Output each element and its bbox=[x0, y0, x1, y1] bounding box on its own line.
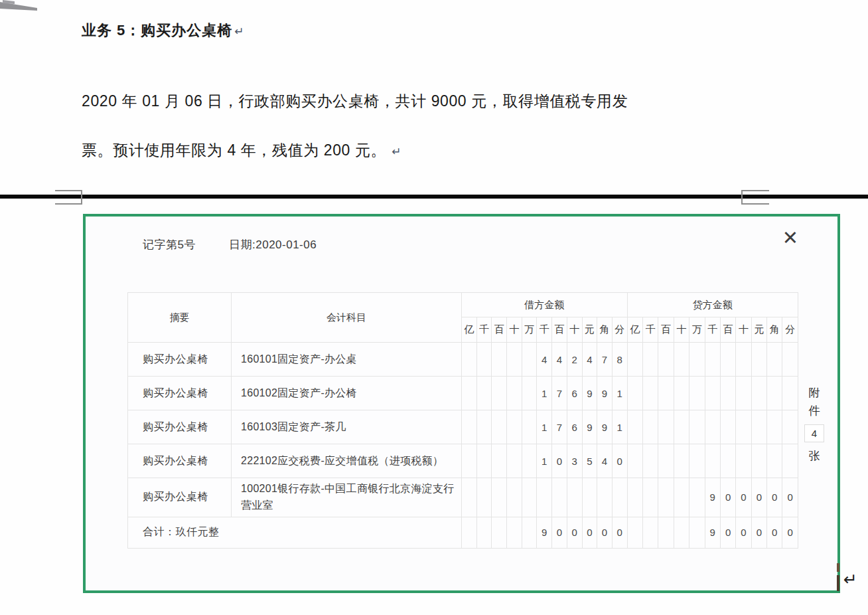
debit-digit-cell bbox=[476, 444, 492, 478]
debit-digit-cell: 7 bbox=[597, 343, 613, 377]
debit-unit-label: 千 bbox=[476, 317, 492, 343]
debit-digit-cell: 6 bbox=[567, 377, 582, 410]
row-summary: 购买办公桌椅 bbox=[128, 377, 232, 410]
credit-digit-cell bbox=[751, 444, 766, 478]
debit-digit-cell bbox=[492, 377, 507, 410]
debit-digit-cell bbox=[507, 377, 522, 410]
row-summary: 购买办公桌椅 bbox=[128, 478, 232, 517]
debit-unit-label: 角 bbox=[597, 317, 613, 343]
credit-digit-cell bbox=[689, 517, 705, 548]
credit-digit-cell bbox=[627, 377, 642, 410]
paragraph-mark-icon: ↵ bbox=[234, 25, 244, 38]
debit-digit-cell bbox=[522, 410, 537, 444]
attachment-char-2: 件 bbox=[804, 402, 825, 420]
credit-digit-cell bbox=[782, 444, 798, 478]
credit-digit-cell bbox=[689, 478, 705, 517]
debit-unit-label: 万 bbox=[522, 317, 537, 343]
total-label: 合计：玖仟元整 bbox=[128, 517, 462, 548]
scan-artifact-mark bbox=[0, 0, 46, 15]
debit-digit-cell: 9 bbox=[582, 377, 597, 410]
voucher-row: 购买办公桌椅100201银行存款-中国工商银行北京海淀支行营业室900000 bbox=[128, 478, 798, 517]
voucher-table: 摘要会计科目借方金额贷方金额亿千百十万千百十元角分亿千百十万千百十元角分购买办公… bbox=[127, 292, 798, 549]
debit-digit-cell: 0 bbox=[567, 517, 582, 548]
margin-mark-right bbox=[741, 190, 769, 205]
section-divider-line bbox=[0, 195, 868, 199]
credit-digit-cell bbox=[642, 377, 658, 410]
debit-unit-label: 十 bbox=[567, 317, 582, 343]
credit-unit-label: 亿 bbox=[627, 317, 642, 343]
credit-digit-cell bbox=[674, 410, 689, 444]
debit-digit-cell bbox=[567, 478, 582, 517]
voucher-row: 购买办公桌椅160101固定资产-办公桌442478 bbox=[128, 343, 798, 377]
debit-digit-cell bbox=[492, 478, 507, 517]
debit-digit-cell: 0 bbox=[552, 517, 567, 548]
debit-digit-cell bbox=[522, 517, 537, 548]
debit-digit-cell bbox=[476, 343, 492, 377]
debit-digit-cell: 9 bbox=[582, 410, 597, 444]
voucher-row: 购买办公桌椅160102固定资产-办公椅176991 bbox=[128, 377, 798, 410]
debit-digit-cell: 7 bbox=[552, 410, 567, 444]
debit-digit-cell: 4 bbox=[552, 343, 567, 377]
credit-unit-label: 角 bbox=[767, 317, 782, 343]
credit-digit-cell: 0 bbox=[767, 478, 782, 517]
credit-digit-cell bbox=[705, 444, 720, 478]
credit-digit-cell bbox=[782, 377, 798, 410]
credit-digit-cell bbox=[658, 444, 674, 478]
debit-digit-cell: 1 bbox=[612, 410, 627, 444]
credit-digit-cell bbox=[720, 377, 735, 410]
voucher-date: 日期:2020-01-06 bbox=[229, 237, 317, 252]
debit-digit-cell bbox=[462, 444, 477, 478]
debit-digit-cell bbox=[507, 444, 522, 478]
debit-digit-cell: 9 bbox=[537, 517, 552, 548]
debit-digit-cell: 1 bbox=[537, 410, 552, 444]
body-paragraph-line-2: 票。预计使用年限为 4 年，残值为 200 元。↵ bbox=[82, 140, 401, 161]
credit-digit-cell bbox=[720, 444, 735, 478]
credit-digit-cell bbox=[627, 410, 642, 444]
attachment-char-1: 附 bbox=[804, 384, 825, 402]
credit-unit-label: 万 bbox=[689, 317, 705, 343]
credit-unit-label: 千 bbox=[642, 317, 658, 343]
close-icon[interactable]: ✕ bbox=[778, 226, 802, 250]
credit-unit-label: 分 bbox=[782, 317, 798, 343]
credit-unit-label: 元 bbox=[751, 317, 766, 343]
row-summary: 购买办公桌椅 bbox=[128, 444, 232, 478]
attachment-count-box[interactable]: 4 bbox=[804, 424, 824, 442]
credit-digit-cell bbox=[658, 517, 674, 548]
credit-digit-cell bbox=[642, 478, 658, 517]
credit-digit-cell: 0 bbox=[751, 517, 766, 548]
debit-digit-cell: 9 bbox=[597, 410, 613, 444]
credit-digit-cell: 0 bbox=[782, 478, 798, 517]
credit-digit-cell: 9 bbox=[705, 478, 720, 517]
debit-digit-cell: 0 bbox=[582, 517, 597, 548]
credit-digit-cell bbox=[705, 410, 720, 444]
body-paragraph-line-2-text: 票。预计使用年限为 4 年，残值为 200 元。 bbox=[82, 141, 386, 159]
debit-digit-cell bbox=[507, 343, 522, 377]
credit-digit-cell bbox=[674, 444, 689, 478]
credit-digit-cell bbox=[658, 478, 674, 517]
debit-digit-cell bbox=[476, 517, 492, 548]
credit-digit-cell bbox=[736, 410, 751, 444]
debit-digit-cell: 0 bbox=[552, 444, 567, 478]
credit-digit-cell bbox=[751, 377, 766, 410]
debit-digit-cell bbox=[492, 410, 507, 444]
voucher-modal: 记字第5号 日期:2020-01-06 ✕ 摘要会计科目借方金额贷方金额亿千百十… bbox=[83, 214, 840, 593]
debit-digit-cell bbox=[507, 478, 522, 517]
debit-unit-label: 亿 bbox=[462, 317, 477, 343]
debit-digit-cell: 1 bbox=[537, 444, 552, 478]
credit-digit-cell bbox=[658, 343, 674, 377]
page-title-text: 业务 5：购买办公桌椅 bbox=[82, 22, 232, 39]
paragraph-mark-icon: ↵ bbox=[392, 145, 401, 158]
credit-digit-cell bbox=[720, 410, 735, 444]
debit-digit-cell: 0 bbox=[612, 517, 627, 548]
credit-digit-cell bbox=[736, 444, 751, 478]
debit-digit-cell: 3 bbox=[567, 444, 582, 478]
credit-digit-cell bbox=[658, 377, 674, 410]
credit-digit-cell bbox=[689, 343, 705, 377]
row-account: 160103固定资产-茶几 bbox=[232, 410, 462, 444]
debit-digit-cell bbox=[476, 410, 492, 444]
credit-unit-label: 十 bbox=[736, 317, 751, 343]
credit-digit-cell: 0 bbox=[720, 517, 735, 548]
credit-unit-label: 百 bbox=[658, 317, 674, 343]
voucher-number: 记字第5号 bbox=[143, 237, 196, 252]
credit-digit-cell: 0 bbox=[720, 478, 735, 517]
